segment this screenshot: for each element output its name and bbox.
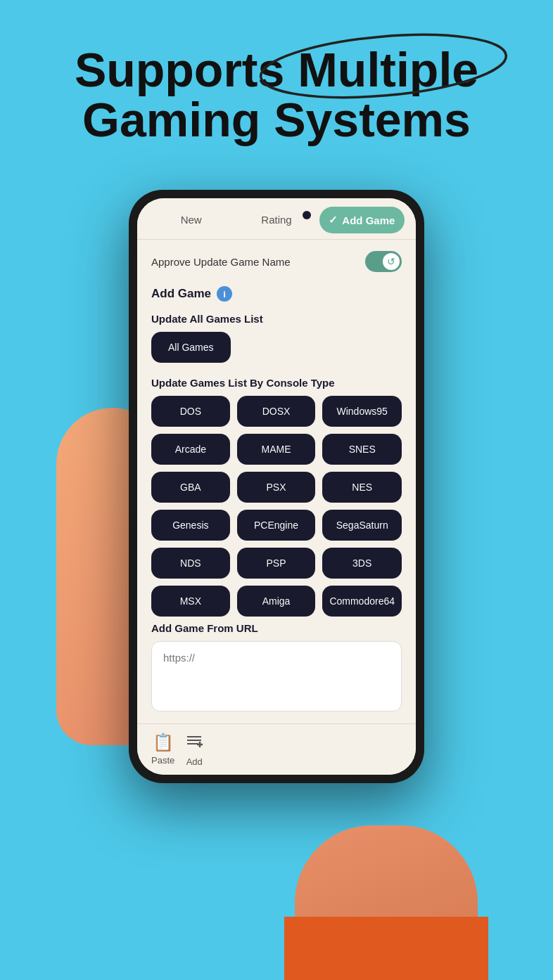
console-btn-amiga[interactable]: Amiga [237, 586, 316, 617]
all-games-button[interactable]: All Games [151, 332, 231, 363]
hero-title-line2: Gaming Systems [75, 95, 478, 145]
rating-dot [303, 211, 311, 219]
info-icon[interactable]: i [217, 286, 232, 302]
main-content: Approve Update Game Name ↺ Add Game i Up… [137, 240, 416, 723]
add-button[interactable]: Add [186, 733, 203, 767]
console-btn-dosx[interactable]: DOSX [237, 396, 316, 427]
paste-label: Paste [151, 755, 174, 766]
phone-device: New Rating ✓ Add Game Approve Update Gam… [118, 190, 435, 783]
sleeve [284, 917, 488, 980]
svg-point-0 [258, 32, 509, 100]
phone-frame: New Rating ✓ Add Game Approve Update Gam… [129, 190, 424, 783]
phone-screen: New Rating ✓ Add Game Approve Update Gam… [137, 198, 416, 775]
console-btn-genesis[interactable]: Genesis [151, 510, 230, 541]
url-section: Add Game From URL [151, 622, 402, 714]
console-btn-arcade[interactable]: Arcade [151, 434, 230, 465]
console-btn-pcengine[interactable]: PCEngine [237, 510, 316, 541]
paste-button[interactable]: 📋 Paste [151, 733, 174, 767]
toggle-knob: ↺ [383, 253, 400, 270]
console-btn-nes[interactable]: NES [322, 472, 402, 503]
action-row: 📋 Paste Add [137, 723, 416, 775]
console-btn-snes[interactable]: SNES [322, 434, 402, 465]
add-icon [186, 733, 203, 754]
add-label: Add [186, 756, 203, 767]
hero-section: Supports Multiple Gaming Systems [0, 0, 553, 190]
console-btn-windows95[interactable]: Windows95 [322, 396, 402, 427]
toggle-label: Approve Update Game Name [151, 256, 291, 268]
bottom-hand [295, 825, 478, 980]
update-by-console-label: Update Games List By Console Type [151, 377, 402, 389]
console-btn-dos[interactable]: DOS [151, 396, 230, 427]
tab-add-game[interactable]: ✓ Add Game [319, 207, 405, 233]
console-btn-segasaturn[interactable]: SegaSaturn [322, 510, 402, 541]
update-all-label: Update All Games List [151, 313, 402, 325]
toggle-row: Approve Update Game Name ↺ [151, 251, 402, 272]
top-tab-bar: New Rating ✓ Add Game [137, 198, 416, 240]
url-label: Add Game From URL [151, 622, 402, 634]
hero-ellipse [253, 32, 514, 100]
console-btn-nds[interactable]: NDS [151, 548, 230, 579]
tab-rating[interactable]: Rating [234, 207, 319, 233]
toggle-switch[interactable]: ↺ [365, 251, 402, 272]
refresh-icon: ↺ [387, 256, 395, 267]
paste-icon: 📋 [153, 733, 174, 752]
all-games-btn-wrap: All Games [151, 332, 402, 366]
url-input[interactable] [151, 641, 402, 711]
console-btn-psx[interactable]: PSX [237, 472, 316, 503]
console-btn-msx[interactable]: MSX [151, 586, 230, 617]
console-btn-gba[interactable]: GBA [151, 472, 230, 503]
console-buttons-grid: DOS DOSX Windows95 Arcade MAME SNES GBA … [151, 396, 402, 617]
add-game-header: Add Game i [151, 286, 402, 302]
console-btn-commodore64[interactable]: Commodore64 [322, 586, 402, 617]
console-btn-3ds[interactable]: 3DS [322, 548, 402, 579]
checkmark-icon: ✓ [329, 214, 338, 226]
tab-new[interactable]: New [148, 207, 234, 233]
console-btn-mame[interactable]: MAME [237, 434, 316, 465]
console-btn-psp[interactable]: PSP [237, 548, 316, 579]
